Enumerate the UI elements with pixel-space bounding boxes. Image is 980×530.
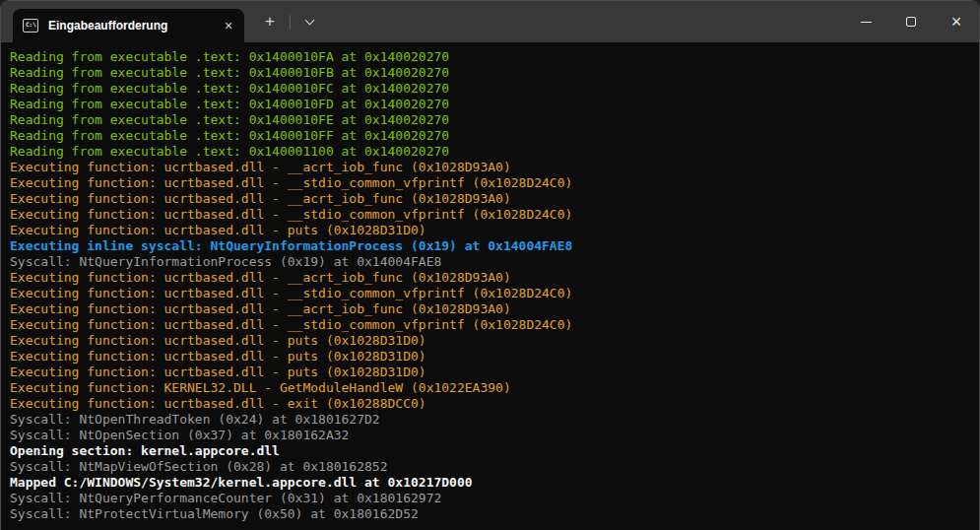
maximize-button[interactable] bbox=[888, 1, 934, 42]
console-line: Executing function: ucrtbased.dll - __st… bbox=[10, 207, 971, 223]
console-line: Executing function: ucrtbased.dll - __ac… bbox=[10, 191, 971, 207]
console-line: Mapped C:/WINDOWS/System32/kernel.appcor… bbox=[10, 475, 971, 491]
console-line: Executing function: ucrtbased.dll - __st… bbox=[10, 286, 971, 301]
console-line: Opening section: kernel.appcore.dll bbox=[10, 443, 971, 459]
new-tab-button[interactable]: + bbox=[254, 7, 286, 36]
console-line: Executing function: ucrtbased.dll - __st… bbox=[10, 317, 971, 333]
console-line: Executing function: ucrtbased.dll - __ac… bbox=[10, 160, 971, 175]
console-line: Reading from executable .text: 0x1400010… bbox=[10, 128, 971, 144]
tab-eingabeaufforderung[interactable]: C:\ Eingabeaufforderung × bbox=[13, 9, 244, 42]
cmd-prompt-icon: C:\ bbox=[23, 19, 38, 33]
console-line: Reading from executable .text: 0x1400010… bbox=[10, 97, 971, 112]
console-line: Reading from executable .text: 0x1400010… bbox=[10, 81, 971, 97]
close-button[interactable]: × bbox=[934, 1, 979, 42]
console-line: Executing function: ucrtbased.dll - puts… bbox=[10, 364, 971, 380]
cmd-icon-text: C:\ bbox=[26, 22, 36, 28]
console-line: Executing function: ucrtbased.dll - puts… bbox=[10, 333, 971, 349]
console-line: Executing function: ucrtbased.dll - __st… bbox=[10, 175, 971, 191]
chevron-down-icon bbox=[304, 15, 314, 25]
console-line: Reading from executable .text: 0x1400010… bbox=[10, 112, 971, 128]
console-line: Syscall: NtProtectVirtualMemory (0x50) a… bbox=[10, 506, 971, 522]
console-line: Syscall: NtOpenSection (0x37) at 0x18016… bbox=[10, 428, 971, 443]
tab-title: Eingabeaufforderung bbox=[48, 19, 219, 33]
title-bar[interactable]: C:\ Eingabeaufforderung × + × bbox=[1, 1, 979, 42]
tab-dropdown-button[interactable] bbox=[294, 7, 324, 36]
console-line: Syscall: NtQueryInformationProcess (0x19… bbox=[10, 254, 971, 270]
console-line: Executing inline syscall: NtQueryInforma… bbox=[10, 238, 971, 254]
maximize-icon bbox=[906, 17, 916, 27]
console-line: Executing function: ucrtbased.dll - puts… bbox=[10, 223, 971, 238]
console-line: Syscall: NtOpenThreadToken (0x24) at 0x1… bbox=[10, 412, 971, 428]
console-line: Executing function: ucrtbased.dll - __ac… bbox=[10, 301, 971, 317]
console-line: Reading from executable .text: 0x1400010… bbox=[10, 65, 971, 81]
console-line: Syscall: NtQueryPerformanceCounter (0x31… bbox=[10, 491, 971, 506]
console-line: Executing function: KERNEL32.DLL - GetMo… bbox=[10, 380, 971, 396]
minimize-button[interactable] bbox=[843, 1, 888, 42]
titlebar-separator bbox=[290, 15, 291, 30]
tab-close-icon[interactable]: × bbox=[219, 16, 238, 35]
terminal-window: C:\ Eingabeaufforderung × + × Reading fr… bbox=[0, 0, 980, 530]
console-line: Reading from executable .text: 0x1400011… bbox=[10, 144, 971, 160]
close-icon: × bbox=[951, 13, 962, 31]
console-output[interactable]: Reading from executable .text: 0x1400010… bbox=[1, 42, 979, 530]
console-line: Executing function: ucrtbased.dll - exit… bbox=[10, 396, 971, 412]
minimize-icon bbox=[861, 22, 872, 23]
console-line: Reading from executable .text: 0x1400010… bbox=[10, 49, 971, 65]
console-line: Syscall: NtMapViewOfSection (0x28) at 0x… bbox=[10, 459, 971, 475]
console-line: Executing function: ucrtbased.dll - puts… bbox=[10, 349, 971, 364]
console-line: Executing function: ucrtbased.dll - __ac… bbox=[10, 270, 971, 286]
